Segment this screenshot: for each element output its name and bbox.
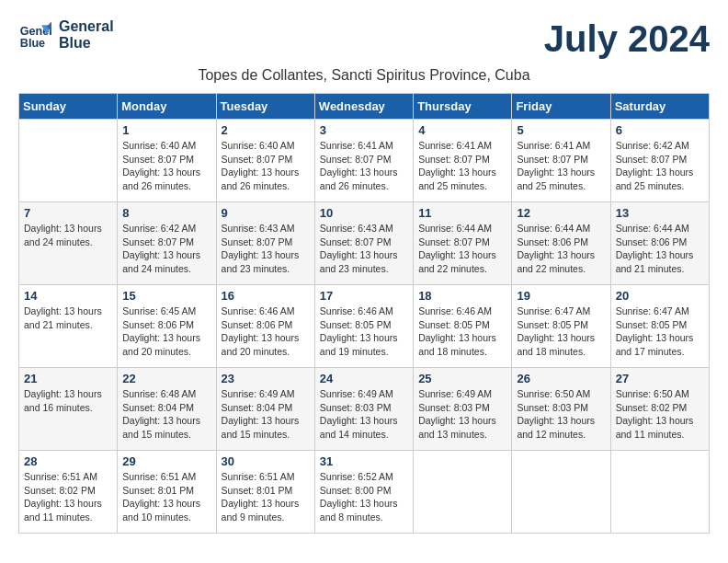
day-number: 10: [320, 206, 408, 220]
day-info: Sunrise: 6:52 AMSunset: 8:00 PMDaylight:…: [320, 470, 408, 524]
subtitle: Topes de Collantes, Sancti Spiritus Prov…: [18, 67, 710, 84]
day-info: Sunrise: 6:47 AMSunset: 8:05 PMDaylight:…: [616, 304, 704, 359]
day-number: 25: [418, 372, 506, 385]
day-info: Sunrise: 6:40 AMSunset: 8:07 PMDaylight:…: [222, 139, 310, 193]
day-info: Daylight: 13 hoursand 21 minutes.: [24, 304, 112, 331]
calendar-cell: 15Sunrise: 6:45 AMSunset: 8:06 PMDayligh…: [118, 285, 216, 368]
calendar-cell: 13Sunrise: 6:44 AMSunset: 8:06 PMDayligh…: [610, 202, 709, 285]
calendar-cell: [414, 451, 512, 534]
header-cell-sunday: Sunday: [19, 94, 118, 120]
day-info: Sunrise: 6:46 AMSunset: 8:05 PMDaylight:…: [418, 304, 506, 359]
day-number: 11: [418, 206, 506, 220]
day-number: 8: [122, 206, 210, 220]
header-cell-wednesday: Wednesday: [314, 94, 413, 120]
day-info: Sunrise: 6:41 AMSunset: 8:07 PMDaylight:…: [517, 139, 605, 193]
day-info: Sunrise: 6:44 AMSunset: 8:06 PMDaylight:…: [517, 222, 605, 276]
month-title: July 2024: [544, 18, 710, 60]
calendar-cell: 26Sunrise: 6:50 AMSunset: 8:03 PMDayligh…: [512, 368, 610, 451]
day-number: 26: [517, 372, 605, 385]
calendar-cell: 18Sunrise: 6:46 AMSunset: 8:05 PMDayligh…: [414, 285, 512, 368]
calendar-cell: 22Sunrise: 6:48 AMSunset: 8:04 PMDayligh…: [118, 368, 216, 451]
day-number: 23: [222, 372, 310, 385]
logo: General Blue General Blue: [18, 18, 114, 52]
day-info: Sunrise: 6:49 AMSunset: 8:03 PMDaylight:…: [418, 387, 506, 442]
day-number: 30: [222, 454, 310, 468]
calendar-cell: 9Sunrise: 6:43 AMSunset: 8:07 PMDaylight…: [216, 202, 314, 285]
calendar-cell: [19, 120, 118, 202]
day-number: 31: [320, 454, 408, 468]
day-number: 3: [320, 123, 408, 137]
calendar-cell: 31Sunrise: 6:52 AMSunset: 8:00 PMDayligh…: [314, 451, 413, 534]
calendar-cell: [512, 451, 610, 534]
logo-text-line2: Blue: [59, 35, 114, 52]
day-info: Sunrise: 6:46 AMSunset: 8:05 PMDaylight:…: [320, 304, 408, 359]
calendar-cell: 1Sunrise: 6:40 AMSunset: 8:07 PMDaylight…: [118, 120, 216, 202]
calendar-cell: 7Daylight: 13 hoursand 24 minutes.: [19, 202, 118, 285]
header: General Blue General Blue July 2024: [18, 18, 710, 60]
calendar-cell: 12Sunrise: 6:44 AMSunset: 8:06 PMDayligh…: [512, 202, 610, 285]
day-info: Sunrise: 6:43 AMSunset: 8:07 PMDaylight:…: [320, 222, 408, 276]
day-number: 9: [222, 206, 310, 220]
calendar-cell: 23Sunrise: 6:49 AMSunset: 8:04 PMDayligh…: [216, 368, 314, 451]
day-info: Sunrise: 6:48 AMSunset: 8:04 PMDaylight:…: [122, 387, 210, 442]
calendar-cell: 30Sunrise: 6:51 AMSunset: 8:01 PMDayligh…: [216, 451, 314, 534]
calendar-cell: 24Sunrise: 6:49 AMSunset: 8:03 PMDayligh…: [314, 368, 413, 451]
calendar-cell: 3Sunrise: 6:41 AMSunset: 8:07 PMDaylight…: [314, 120, 413, 202]
calendar-cell: 11Sunrise: 6:44 AMSunset: 8:07 PMDayligh…: [414, 202, 512, 285]
calendar-cell: 16Sunrise: 6:46 AMSunset: 8:06 PMDayligh…: [216, 285, 314, 368]
calendar-week-row: 28Sunrise: 6:51 AMSunset: 8:02 PMDayligh…: [19, 451, 710, 534]
calendar-cell: 21Daylight: 13 hoursand 16 minutes.: [19, 368, 118, 451]
day-info: Sunrise: 6:44 AMSunset: 8:06 PMDaylight:…: [616, 222, 704, 276]
day-number: 13: [616, 206, 704, 220]
day-number: 12: [517, 206, 605, 220]
day-info: Sunrise: 6:49 AMSunset: 8:03 PMDaylight:…: [320, 387, 408, 442]
header-cell-thursday: Thursday: [414, 94, 512, 120]
day-number: 17: [320, 289, 408, 303]
day-number: 14: [24, 289, 112, 303]
day-number: 18: [418, 289, 506, 303]
day-info: Sunrise: 6:51 AMSunset: 8:01 PMDaylight:…: [122, 470, 210, 524]
day-info: Sunrise: 6:41 AMSunset: 8:07 PMDaylight:…: [320, 139, 408, 193]
day-number: 4: [418, 123, 506, 137]
calendar-cell: 20Sunrise: 6:47 AMSunset: 8:05 PMDayligh…: [610, 285, 709, 368]
day-number: 22: [122, 372, 210, 385]
svg-text:Blue: Blue: [20, 37, 45, 50]
calendar-cell: 6Sunrise: 6:42 AMSunset: 8:07 PMDaylight…: [610, 120, 709, 202]
day-number: 1: [122, 123, 210, 137]
calendar-cell: 8Sunrise: 6:42 AMSunset: 8:07 PMDaylight…: [118, 202, 216, 285]
logo-icon: General Blue: [18, 18, 51, 52]
calendar-cell: 5Sunrise: 6:41 AMSunset: 8:07 PMDaylight…: [512, 120, 610, 202]
day-number: 20: [616, 289, 704, 303]
day-info: Daylight: 13 hoursand 16 minutes.: [24, 387, 112, 414]
calendar-week-row: 7Daylight: 13 hoursand 24 minutes.8Sunri…: [19, 202, 710, 285]
day-number: 21: [24, 372, 112, 385]
header-cell-saturday: Saturday: [610, 94, 709, 120]
calendar-cell: 19Sunrise: 6:47 AMSunset: 8:05 PMDayligh…: [512, 285, 610, 368]
day-info: Sunrise: 6:46 AMSunset: 8:06 PMDaylight:…: [222, 304, 310, 359]
day-info: Sunrise: 6:45 AMSunset: 8:06 PMDaylight:…: [122, 304, 210, 359]
day-number: 16: [222, 289, 310, 303]
calendar-cell: 14Daylight: 13 hoursand 21 minutes.: [19, 285, 118, 368]
day-number: 28: [24, 454, 112, 468]
day-info: Sunrise: 6:42 AMSunset: 8:07 PMDaylight:…: [122, 222, 210, 276]
day-info: Sunrise: 6:47 AMSunset: 8:05 PMDaylight:…: [517, 304, 605, 359]
calendar-week-row: 21Daylight: 13 hoursand 16 minutes.22Sun…: [19, 368, 710, 451]
day-info: Sunrise: 6:44 AMSunset: 8:07 PMDaylight:…: [418, 222, 506, 276]
day-number: 7: [24, 206, 112, 220]
day-number: 2: [222, 123, 310, 137]
day-info: Sunrise: 6:43 AMSunset: 8:07 PMDaylight:…: [222, 222, 310, 276]
day-number: 24: [320, 372, 408, 385]
day-info: Sunrise: 6:40 AMSunset: 8:07 PMDaylight:…: [122, 139, 210, 193]
day-info: Sunrise: 6:49 AMSunset: 8:04 PMDaylight:…: [222, 387, 310, 442]
day-info: Sunrise: 6:51 AMSunset: 8:01 PMDaylight:…: [222, 470, 310, 524]
day-number: 29: [122, 454, 210, 468]
day-number: 19: [517, 289, 605, 303]
header-cell-tuesday: Tuesday: [216, 94, 314, 120]
calendar-cell: 29Sunrise: 6:51 AMSunset: 8:01 PMDayligh…: [118, 451, 216, 534]
calendar-cell: [610, 451, 709, 534]
header-cell-friday: Friday: [512, 94, 610, 120]
calendar-cell: 4Sunrise: 6:41 AMSunset: 8:07 PMDaylight…: [414, 120, 512, 202]
calendar-cell: 10Sunrise: 6:43 AMSunset: 8:07 PMDayligh…: [314, 202, 413, 285]
day-number: 15: [122, 289, 210, 303]
calendar-week-row: 1Sunrise: 6:40 AMSunset: 8:07 PMDaylight…: [19, 120, 710, 202]
